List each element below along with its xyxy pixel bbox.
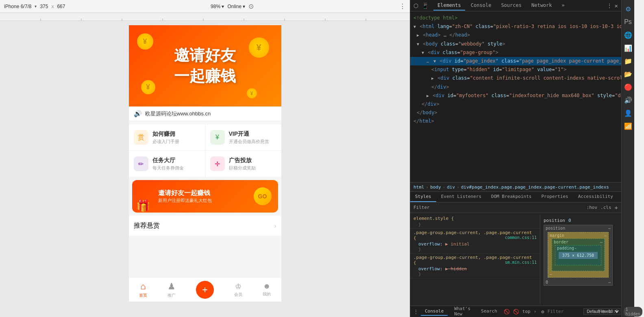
- devtools-close-icon[interactable]: ✕: [615, 2, 618, 9]
- bm-border-text: border: [554, 240, 568, 244]
- console-dots-icon[interactable]: ⋮: [413, 309, 418, 315]
- nav-plus-button[interactable]: +: [196, 281, 214, 299]
- tree-close-div2[interactable]: </div>: [410, 100, 621, 109]
- tree-myfooters[interactable]: ▶ <div id="myfooters" class="indexfooter…: [410, 91, 621, 100]
- tab-elements[interactable]: Elements: [433, 1, 465, 11]
- position-value: 0: [568, 218, 571, 223]
- html-tree: <!doctype html> ▼ <html lang="zh-CN" cla…: [410, 11, 621, 182]
- devtools-more-icon[interactable]: ⋮: [607, 2, 612, 9]
- style-selector-element[interactable]: element.style {: [413, 216, 537, 221]
- capture-icon[interactable]: ⊙: [248, 2, 254, 10]
- recommend-section[interactable]: 推荐悬赏 ›: [129, 216, 281, 236]
- styles-filter-bar: Filter :hov .cls +: [410, 202, 621, 213]
- ruler-horizontal: [0, 13, 410, 21]
- user-icon[interactable]: 👤: [622, 107, 634, 119]
- online-button[interactable]: Online ▾: [227, 4, 245, 9]
- tree-close-body[interactable]: </body>: [410, 109, 621, 117]
- device-toggle-icon[interactable]: 📱: [422, 2, 429, 9]
- add-style-rule-icon[interactable]: +: [615, 204, 618, 211]
- style-rule-empty: }: [413, 222, 537, 227]
- menu-item-task[interactable]: ✏ 任务大厅 每天任务挣佣金: [129, 151, 205, 177]
- volume-icon[interactable]: 🔊: [622, 94, 634, 106]
- ad-text: 广告投放 巨额分成奖励: [229, 157, 256, 171]
- menu-item-ad[interactable]: ✛ 广告投放 巨额分成奖励: [205, 151, 281, 177]
- tree-close-div1[interactable]: </div>: [410, 83, 621, 91]
- folder2-icon[interactable]: 📂: [622, 68, 634, 80]
- nav-item-vip[interactable]: ♔ 会员: [234, 282, 242, 297]
- plugin-icon[interactable]: 🔴: [622, 81, 634, 93]
- device-selector-arrow[interactable]: ▾: [35, 4, 37, 9]
- tree-page-index[interactable]: … ▼ <div id="page_index" class="page pag…: [410, 57, 621, 65]
- tree-body[interactable]: ▼ <body class="webbody" style>: [410, 40, 621, 48]
- console-tab-search[interactable]: Search: [477, 307, 501, 316]
- tab-more[interactable]: »: [558, 1, 569, 11]
- console-tab-console[interactable]: Console: [421, 307, 448, 316]
- breadcrumb-page-index[interactable]: div#page_index.page.page_index.page-curr…: [461, 185, 609, 190]
- console-input-area: 🚫 🚫 top › ⚙ Default levels 1 hidden: [504, 307, 642, 317]
- chart-icon[interactable]: 📊: [622, 42, 634, 54]
- home-icon: ⌂: [140, 281, 146, 292]
- clear-console-icon[interactable]: 🚫: [513, 309, 519, 315]
- inspect-icon[interactable]: ⬡: [413, 2, 418, 9]
- style-selector-page-current-1[interactable]: .page-group.page-current, .page.page-cur…: [413, 230, 537, 241]
- nav-item-home[interactable]: ⌂ 首页: [139, 281, 147, 298]
- device-selector[interactable]: iPhone 6/7/8: [4, 4, 31, 9]
- invite-title: 邀请好友一起赚钱: [158, 189, 254, 198]
- bm-border-dash: –: [600, 240, 603, 244]
- styles-tab-properties[interactable]: Properties: [536, 192, 573, 202]
- bm-position-text: position: [546, 226, 565, 230]
- tree-content-div[interactable]: ▶ <div class="content infinite-scroll co…: [410, 74, 621, 83]
- menu-item-earn[interactable]: 赏 如何赚佣 必读入门手册: [129, 124, 205, 150]
- bm-margin-bottom-left: –: [550, 272, 552, 276]
- network-signal-icon[interactable]: 📶: [622, 120, 634, 132]
- tab-network[interactable]: Network: [527, 1, 556, 11]
- banner-text: 邀请好友 一起赚钱: [174, 45, 236, 87]
- breadcrumb-html[interactable]: html: [413, 185, 424, 190]
- zoom-selector[interactable]: 98% ▾: [211, 4, 224, 9]
- console-tab-whats-new[interactable]: What's New: [450, 305, 474, 317]
- styles-tab-accessibility[interactable]: Accessibility: [573, 192, 618, 202]
- styles-tab-styles[interactable]: Styles: [410, 192, 436, 202]
- photoshop-icon[interactable]: Ps: [622, 16, 634, 28]
- breadcrumb-div[interactable]: div: [447, 185, 455, 190]
- nav-item-promote[interactable]: ♟ 推广: [168, 281, 176, 298]
- tree-input[interactable]: <input type="hidden" id="limitpage" valu…: [410, 65, 621, 74]
- console-prompt[interactable]: top: [522, 309, 531, 314]
- promote-icon: ♟: [168, 281, 176, 292]
- style-rule-close-2: }: [413, 271, 537, 277]
- invite-go-button[interactable]: GO: [254, 187, 272, 205]
- tree-doctype[interactable]: <!doctype html>: [410, 14, 621, 22]
- menu-item-vip[interactable]: ¥ VIP开通 开通会员做高价悬赏: [205, 124, 281, 150]
- style-selector-page-current-2[interactable]: .page-group.page-current, .page.page-cur…: [413, 255, 537, 265]
- tree-close-html[interactable]: </html>: [410, 117, 621, 126]
- console-filter-input[interactable]: [548, 309, 580, 314]
- invite-banner[interactable]: 🎁 邀请好友一起赚钱 新用户注册即送豪礼大红包 GO: [132, 180, 278, 213]
- styles-tab-event-listeners[interactable]: Event Listeners: [436, 192, 486, 202]
- banner-line1: 邀请好友: [174, 45, 236, 66]
- more-icon[interactable]: ⋮: [399, 2, 406, 10]
- tree-page-group[interactable]: ▼ <div class="page-group">: [410, 48, 621, 57]
- settings-icon[interactable]: ⚙: [622, 3, 634, 15]
- filter-hov[interactable]: :hov: [587, 205, 598, 210]
- styles-tab-dom-breakpoints[interactable]: DOM Breakpoints: [486, 192, 536, 202]
- console-time: 下午 10:5: [598, 309, 618, 315]
- tab-console[interactable]: Console: [467, 1, 496, 11]
- nav-item-mine[interactable]: ☻ 我的: [263, 282, 271, 297]
- coin-decoration-3: ¥: [141, 80, 155, 94]
- source-common-css[interactable]: common.css:11: [505, 235, 537, 240]
- right-side-icons: ⚙ Ps 🌐 📊 📁 📂 🔴 🔊 👤 📶: [621, 0, 634, 317]
- extension-icon[interactable]: 🌐: [622, 29, 634, 41]
- plus-icon: +: [202, 284, 208, 295]
- box-model-panel: position 0 position – 0 –: [540, 215, 621, 304]
- breadcrumb: html › body › div › div#page_index.page.…: [410, 182, 621, 192]
- tree-html[interactable]: ▼ <html lang="zh-CN" class="pixel-ratio-…: [410, 22, 621, 31]
- task-icon: ✏: [134, 156, 148, 171]
- source-sm-css[interactable]: sm.min.css:11: [505, 260, 537, 265]
- error-icon[interactable]: 🚫: [504, 309, 510, 315]
- filter-icon[interactable]: ⚙: [541, 309, 544, 315]
- tree-head[interactable]: ▶ <head> … </head>: [410, 31, 621, 39]
- filter-cls[interactable]: .cls: [600, 205, 611, 210]
- breadcrumb-body[interactable]: body: [430, 185, 441, 190]
- tab-sources[interactable]: Sources: [497, 1, 526, 11]
- folder-icon[interactable]: 📁: [622, 55, 634, 67]
